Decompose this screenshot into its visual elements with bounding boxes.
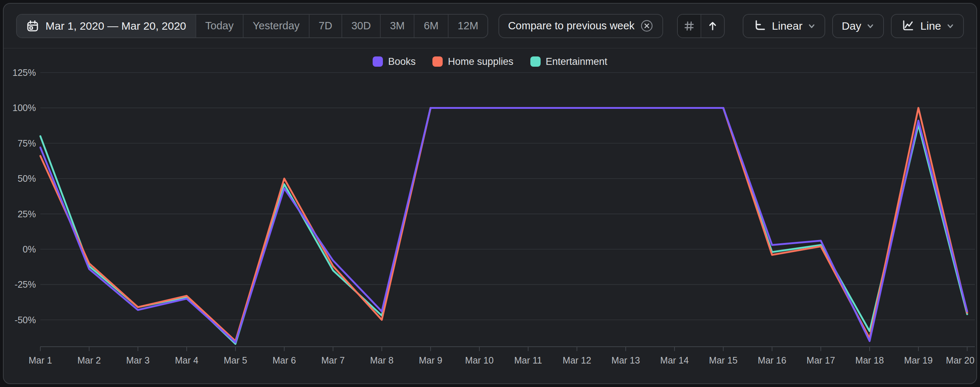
entertainment-swatch	[530, 56, 541, 67]
app-frame: Mar 1, 2020 — Mar 20, 2020 Today Yesterd…	[3, 3, 977, 384]
preset-label: 6M	[424, 20, 438, 32]
grid-hash-icon	[683, 20, 695, 32]
preset-today[interactable]: Today	[196, 15, 243, 37]
svg-text:Mar 7: Mar 7	[321, 355, 345, 365]
svg-text:Mar 13: Mar 13	[611, 355, 640, 365]
legend-label: Entertainment	[546, 56, 608, 67]
grid-toggle-button[interactable]	[678, 15, 701, 37]
compare-to-previous-week-button[interactable]: Compare to previous week	[498, 14, 663, 38]
legend-item-entertainment[interactable]: Entertainment	[530, 56, 608, 67]
svg-text:75%: 75%	[18, 138, 36, 148]
preset-7d[interactable]: 7D	[309, 15, 342, 37]
calendar-icon	[26, 19, 39, 33]
chart-legend: Books Home supplies Entertainment	[4, 54, 976, 70]
svg-text:Mar 4: Mar 4	[175, 355, 199, 365]
scale-label: Linear	[772, 20, 802, 32]
svg-text:Mar 17: Mar 17	[807, 355, 835, 365]
toolbar: Mar 1, 2020 — Mar 20, 2020 Today Yesterd…	[4, 4, 976, 48]
svg-text:-25%: -25%	[15, 279, 36, 290]
date-range-label: Mar 1, 2020 — Mar 20, 2020	[46, 20, 186, 32]
granularity-label: Day	[842, 20, 861, 32]
legend-item-books[interactable]: Books	[372, 56, 415, 67]
svg-text:Mar 20: Mar 20	[946, 355, 975, 365]
legend-label: Home supplies	[448, 56, 514, 67]
axis-icon	[752, 19, 767, 33]
chevron-down-icon	[946, 22, 955, 30]
home-supplies-swatch	[433, 56, 443, 67]
preset-label: 3M	[390, 20, 404, 32]
sort-direction-button[interactable]	[701, 15, 724, 37]
preset-12m[interactable]: 12M	[448, 15, 487, 37]
preset-label: 30D	[352, 20, 371, 32]
svg-text:0%: 0%	[23, 244, 36, 254]
date-range-button[interactable]: Mar 1, 2020 — Mar 20, 2020	[17, 15, 196, 37]
preset-label: 7D	[319, 20, 332, 32]
chevron-down-icon	[866, 22, 874, 30]
granularity-dropdown[interactable]: Day	[832, 14, 884, 38]
chevron-down-icon	[808, 22, 816, 30]
chart-type-dropdown[interactable]: Line	[891, 14, 964, 38]
svg-text:-50%: -50%	[15, 315, 36, 325]
line-chart-icon	[900, 19, 915, 33]
svg-text:Mar 19: Mar 19	[904, 355, 933, 365]
preset-yesterday[interactable]: Yesterday	[243, 15, 309, 37]
preset-label: 12M	[458, 20, 478, 32]
scale-dropdown[interactable]: Linear	[743, 14, 825, 38]
svg-text:Mar 3: Mar 3	[126, 355, 150, 365]
preset-label: Yesterday	[253, 20, 300, 32]
svg-text:Mar 16: Mar 16	[758, 355, 786, 365]
svg-text:Mar 2: Mar 2	[77, 355, 101, 365]
svg-text:Mar 15: Mar 15	[709, 355, 738, 365]
svg-text:Mar 12: Mar 12	[563, 355, 591, 365]
legend-label: Books	[388, 56, 415, 67]
svg-text:Mar 1: Mar 1	[29, 355, 52, 365]
svg-text:Mar 14: Mar 14	[660, 355, 689, 365]
chart-settings-group: Linear Day Line	[743, 14, 964, 38]
svg-text:100%: 100%	[13, 103, 36, 113]
preset-label: Today	[205, 20, 234, 32]
svg-text:Mar 9: Mar 9	[419, 355, 442, 365]
svg-text:Mar 5: Mar 5	[224, 355, 247, 365]
circle-x-icon[interactable]	[640, 19, 654, 33]
svg-text:Mar 18: Mar 18	[855, 355, 884, 365]
svg-text:25%: 25%	[18, 209, 36, 219]
preset-30d[interactable]: 30D	[342, 15, 380, 37]
arrow-up-icon	[706, 20, 719, 32]
preset-3m[interactable]: 3M	[380, 15, 414, 37]
compare-label: Compare to previous week	[508, 20, 635, 32]
grid-sort-segmented-control	[677, 14, 725, 38]
preset-6m[interactable]: 6M	[414, 15, 447, 37]
svg-text:Mar 10: Mar 10	[465, 355, 494, 365]
svg-text:Mar 11: Mar 11	[514, 355, 542, 365]
chart-type-label: Line	[920, 20, 941, 32]
date-range-group: Mar 1, 2020 — Mar 20, 2020 Today Yesterd…	[16, 14, 488, 38]
svg-text:Mar 8: Mar 8	[370, 355, 393, 365]
legend-item-home-supplies[interactable]: Home supplies	[433, 56, 514, 67]
svg-text:50%: 50%	[18, 173, 36, 184]
svg-text:Mar 6: Mar 6	[272, 355, 296, 365]
books-swatch	[372, 56, 383, 67]
